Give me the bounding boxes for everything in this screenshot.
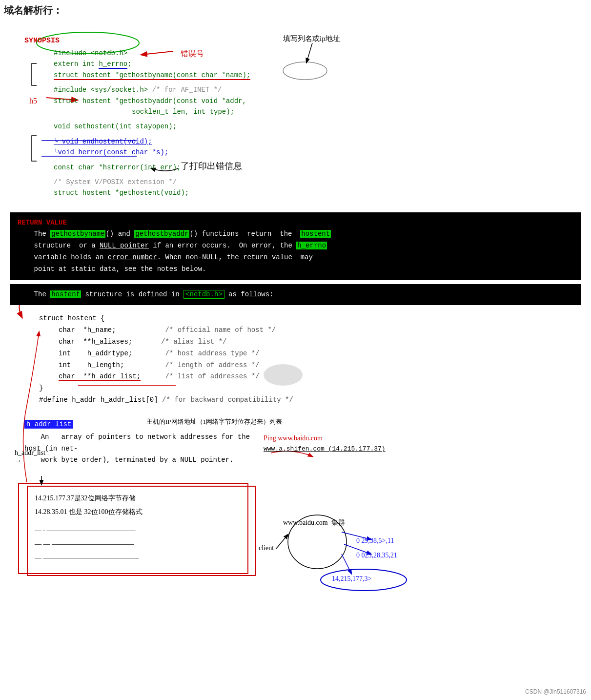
- code-line-hstrerror: const char *hstrerror(int err);: [24, 162, 581, 173]
- annotation-baidu-cluster: www.baidu.com 集群: [283, 518, 345, 527]
- annotation-box-line1: 14.215.177.37是32位网络字节存储: [35, 492, 248, 505]
- annotation-ip3: 14,215,177,3>: [332, 575, 371, 583]
- code-line-gethostbyaddr-2: socklen_t len, int type);: [24, 106, 581, 117]
- code-line-sethostent: void sethostent(int stayopen);: [24, 121, 581, 132]
- code-line-systemv-comment: /* System V/POSIX extension */: [24, 177, 581, 187]
- annotation-cn-network: 主机的IP网络地址（1网络字节对位存起来）列表: [146, 417, 282, 426]
- hostent-def-content: The hostent structure is defined in <net…: [10, 284, 581, 306]
- return-value-label: RETURN VALUE: [18, 219, 67, 226]
- header-annotation: 域名解析行：: [4, 4, 62, 17]
- h-addr-list-label: h addr list: [24, 420, 73, 429]
- return-value-section: RETURN VALUE The gethostbyname() and get…: [10, 212, 581, 280]
- struct-line-h-addrtype: int h_addrtype; /* host address type */: [39, 348, 581, 360]
- hostent-def-line: The hostent structure is defined in <net…: [10, 284, 581, 306]
- struct-line-open: struct hostent {: [39, 313, 581, 325]
- annotation-print-error: 了打印出错信息: [181, 160, 242, 172]
- annotation-box-dashes: — · ————————————— — — ———————————— — ———…: [35, 524, 248, 565]
- page-container: 域名解析行： SYNOPSIS #include <netdb.h> exter…: [0, 0, 591, 700]
- annotation-h5: h5: [29, 97, 37, 105]
- annotation-fill-name: 填写列名或ip地址: [283, 34, 340, 43]
- code-line-gethostent: struct hostent *gethostent(void);: [24, 187, 581, 198]
- return-value-content: RETURN VALUE The gethostbyname() and get…: [10, 212, 581, 280]
- h-addr-list-description: An array of pointers to network addresse…: [24, 432, 268, 466]
- return-value-text: The gethostbyname() and gethostbyaddr() …: [18, 230, 331, 272]
- annotation-ip1: 0 29,38,5>,11: [356, 537, 394, 545]
- annotation-client: client: [259, 544, 274, 552]
- code-line-gethostbyaddr-1: struct hostent *gethostbyaddr(const void…: [24, 96, 581, 106]
- watermark: CSDN @Jin511607316: [525, 688, 586, 695]
- example-shifen: www.a.shifen.com (14.215.177.37): [264, 445, 386, 453]
- annotation-box-line2: 14.28.35.01 也是 32位100位存储格式: [35, 505, 248, 519]
- struct-line-close: }: [39, 383, 581, 394]
- struct-section: struct hostent { char *h_name; /* offici…: [24, 309, 581, 410]
- struct-line-h-name: char *h_name; /* official name of host *…: [39, 325, 581, 336]
- annotation-errno: 错误号: [181, 49, 204, 59]
- annotation-box-container: 14.215.177.37是32位网络字节存储 14.28.35.01 也是 3…: [27, 486, 581, 576]
- struct-line-h-length: int h_length; /* length of address */: [39, 360, 581, 371]
- annotation-ip2: 0 025,28,35,21: [356, 552, 397, 559]
- annotation-ping: Ping www.baidu.com: [264, 434, 323, 442]
- code-line-include-netdb: #include <netdb.h>: [24, 48, 581, 59]
- code-line-endhostent: └ void endhostent(void);: [24, 136, 581, 147]
- struct-line-h-addr-list: char **h_addr_list; /* list of addresses…: [39, 371, 581, 383]
- struct-define-line: #define h_addr h_addr_list[0] /* for bac…: [39, 394, 581, 406]
- h-addr-list-left-label: h_addr_list→: [15, 449, 45, 465]
- synopsis-section: SYNOPSIS #include <netdb.h> extern int h…: [10, 32, 581, 204]
- h-addr-list-section: h addr list 主机的IP网络地址（1网络字节对位存起来）列表 An a…: [24, 420, 581, 466]
- code-line-h-errno: extern int h_errno;: [24, 59, 581, 69]
- annotation-box: 14.215.177.37是32位网络字节存储 14.28.35.01 也是 3…: [27, 486, 256, 576]
- code-line-herror: └void herror(const char *s);: [24, 147, 581, 158]
- struct-line-h-aliases: char **h_aliases; /* alias list */: [39, 336, 581, 348]
- code-line-include-socket: #include <sys/socket.h> /* for AF_INET *…: [24, 84, 581, 95]
- code-line-gethostbyname: struct hostent *gethostbyname(const char…: [24, 70, 581, 81]
